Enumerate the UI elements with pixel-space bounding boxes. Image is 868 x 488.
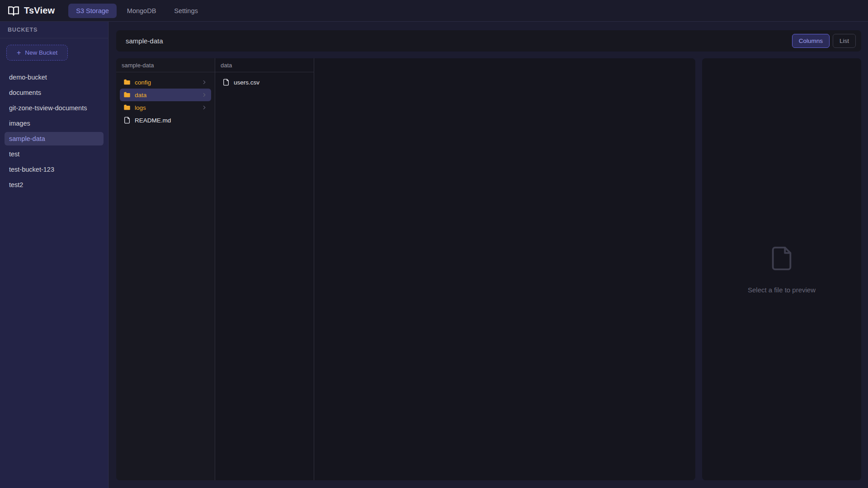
entry-folder-logs[interactable]: logs [120,101,211,114]
book-open-icon [8,5,19,17]
app-title: TsView [24,5,55,16]
entry-label: users.csv [234,79,259,86]
content-row: sample-data config [116,58,861,480]
bucket-list: demo-bucket documents git-zone-tsview-do… [0,66,108,193]
plus-icon: + [17,50,21,56]
bucket-item-git-zone-tsview-documents[interactable]: git-zone-tsview-documents [5,101,104,115]
chevron-right-icon [201,79,208,85]
bucket-item-demo-bucket[interactable]: demo-bucket [5,70,104,84]
bucket-item-sample-data[interactable]: sample-data [5,132,104,145]
new-bucket-button[interactable]: + New Bucket [6,45,68,61]
bucket-item-documents[interactable]: documents [5,86,104,99]
column-data: data users.csv [215,58,314,480]
chevron-right-icon [201,104,208,111]
entry-label: logs [135,104,146,111]
buckets-sidebar: BUCKETS + New Bucket demo-bucket documen… [0,22,108,488]
view-switch: Columns List [792,34,856,48]
file-preview-panel: Select a file to preview [702,58,861,480]
entry-label: config [135,79,151,86]
column-sample-data: sample-data config [116,58,215,480]
chevron-right-icon [201,92,208,98]
preview-placeholder-text: Select a file to preview [748,286,816,294]
bucket-item-test[interactable]: test [5,147,104,161]
entry-folder-data[interactable]: data [120,89,211,101]
file-icon [222,79,230,86]
folder-icon [123,79,131,86]
file-icon [123,117,131,124]
column-body: users.csv [215,72,314,92]
bucket-header-bar: sample-data Columns List [116,30,861,52]
entry-folder-config[interactable]: config [120,76,211,89]
nav-tab-settings[interactable]: Settings [166,4,205,18]
columns-view-button[interactable]: Columns [792,34,830,48]
app-logo: TsView [8,5,55,17]
file-placeholder-icon [769,245,795,273]
bucket-title: sample-data [126,37,163,45]
column-header: sample-data [116,58,215,72]
column-body: config data [116,72,215,130]
list-view-button[interactable]: List [833,34,856,48]
entry-file-readme[interactable]: README.md [120,114,211,127]
entry-label: data [135,92,146,99]
new-bucket-label: New Bucket [25,49,57,56]
entry-file-users-csv[interactable]: users.csv [219,76,310,89]
nav-tab-mongodb[interactable]: MongoDB [119,4,164,18]
top-navbar: TsView S3 Storage MongoDB Settings [0,0,868,22]
new-bucket-wrap: + New Bucket [0,38,108,66]
main-area: sample-data Columns List sample-data [108,22,868,488]
file-columns-panel: sample-data config [116,58,695,480]
buckets-section-title: BUCKETS [0,22,108,38]
bucket-item-test2[interactable]: test2 [5,178,104,192]
nav-tabs: S3 Storage MongoDB Settings [68,4,205,18]
bucket-item-test-bucket-123[interactable]: test-bucket-123 [5,163,104,176]
column-header: data [215,58,314,72]
folder-icon [123,91,131,99]
bucket-item-images[interactable]: images [5,117,104,130]
nav-tab-s3-storage[interactable]: S3 Storage [68,4,117,18]
folder-icon [123,104,131,111]
entry-label: README.md [135,117,171,124]
